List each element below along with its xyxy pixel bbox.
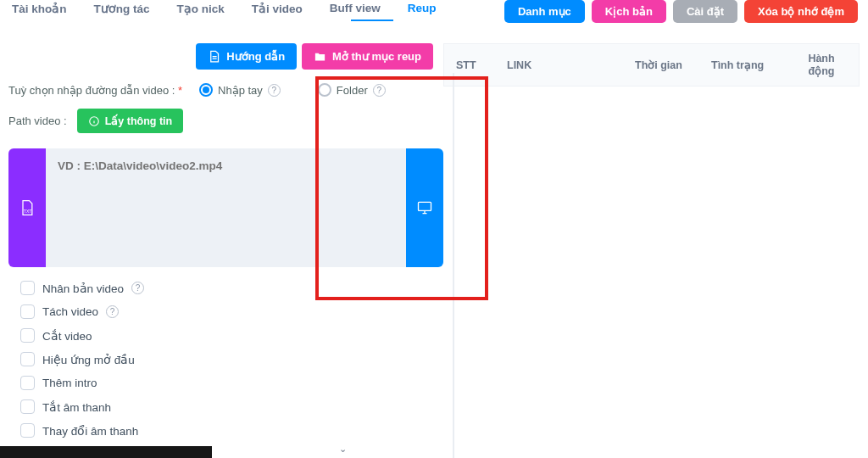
checkbox <box>20 399 35 414</box>
th-hanhdong: Hành động <box>796 53 847 77</box>
tab-taivideo[interactable]: Tải video <box>250 2 304 22</box>
info-icon <box>88 115 100 127</box>
txt-strip[interactable]: TXT <box>8 148 46 267</box>
checkbox <box>20 376 35 390</box>
tab-reup[interactable]: Reup <box>406 2 438 21</box>
radio-label-folder: Folder <box>337 84 368 97</box>
help-icon[interactable]: ? <box>268 84 281 97</box>
path-label: Path video : <box>8 114 67 127</box>
tab-taonick[interactable]: Tạo nick <box>175 2 226 22</box>
checkbox <box>20 328 35 343</box>
document-icon <box>208 50 220 63</box>
radio-folder[interactable]: Folder ? <box>318 83 386 97</box>
check-label: Nhân bản video <box>42 282 124 295</box>
radio-nhaptay[interactable]: Nhập tay ? <box>199 83 281 97</box>
help-icon[interactable]: ? <box>106 305 119 318</box>
tab-taikhoan[interactable]: Tài khoản <box>10 2 69 22</box>
chevron-down-icon: ⌄ <box>339 444 347 455</box>
xoabonhodem-button[interactable]: Xóa bộ nhớ đệm <box>744 0 858 23</box>
checkbox <box>20 352 35 366</box>
check-cat[interactable]: Cắt video <box>20 328 443 343</box>
kichban-button[interactable]: Kịch bản <box>592 0 666 23</box>
check-tach[interactable]: Tách video? <box>20 304 443 319</box>
folder-icon <box>314 50 326 63</box>
check-label: Cắt video <box>42 329 92 343</box>
huongdan-label: Hướng dẫn <box>226 50 285 63</box>
mothumucreup-label: Mở thư mục reup <box>332 50 421 63</box>
laythongtin-label: Lấy thông tin <box>105 114 173 127</box>
tab-tuongtac[interactable]: Tương tác <box>92 2 152 22</box>
danhmuc-button[interactable]: Danh mục <box>504 0 585 23</box>
txt-file-icon: TXT <box>19 199 36 216</box>
check-label: Hiệu ứng mở đầu <box>42 353 135 366</box>
check-label: Thay đổi âm thanh <box>42 424 138 438</box>
svg-rect-2 <box>419 202 431 210</box>
check-thaydoiam[interactable]: Thay đổi âm thanh <box>20 423 443 438</box>
tab-buffview[interactable]: Buff view <box>328 2 382 21</box>
check-label: Thêm intro <box>42 377 97 389</box>
checkbox <box>20 304 35 319</box>
svg-text:TXT: TXT <box>24 209 31 214</box>
check-tatam[interactable]: Tắt âm thanh <box>20 399 443 414</box>
help-icon[interactable]: ? <box>131 282 144 294</box>
check-label: Tách video <box>42 305 98 318</box>
laythongtin-button[interactable]: Lấy thông tin <box>77 109 184 133</box>
path-textarea[interactable] <box>46 148 406 267</box>
check-hieuung[interactable]: Hiệu ứng mở đầu <box>20 352 443 366</box>
th-tinhtrang: Tình trạng <box>711 59 796 71</box>
option-label: Tuỳ chọn nhập đường dẫn video : * <box>8 84 182 97</box>
check-label: Tắt âm thanh <box>42 400 111 414</box>
th-thoigian: Thời gian <box>635 59 711 71</box>
checkbox <box>20 423 35 438</box>
table-head: STT LINK Thời gian Tình trạng Hành động <box>443 43 860 87</box>
radio-dot-off <box>318 83 331 97</box>
radio-dot-on <box>199 83 213 97</box>
computer-icon <box>416 199 433 216</box>
huongdan-button[interactable]: Hướng dẫn <box>196 43 297 70</box>
checkbox <box>20 281 35 295</box>
th-stt: STT <box>456 59 507 71</box>
help-icon[interactable]: ? <box>373 84 386 97</box>
caidat-button[interactable]: Cài đặt <box>673 0 737 23</box>
check-nhanban[interactable]: Nhân bản video? <box>20 281 443 295</box>
computer-strip[interactable] <box>406 148 443 267</box>
vertical-divider <box>453 73 454 458</box>
check-themintro[interactable]: Thêm intro <box>20 376 443 390</box>
th-link: LINK <box>507 59 635 71</box>
radio-label-nhaptay: Nhập tay <box>218 84 263 97</box>
mothumucreup-button[interactable]: Mở thư mục reup <box>302 43 433 70</box>
bottom-strip <box>0 446 212 458</box>
